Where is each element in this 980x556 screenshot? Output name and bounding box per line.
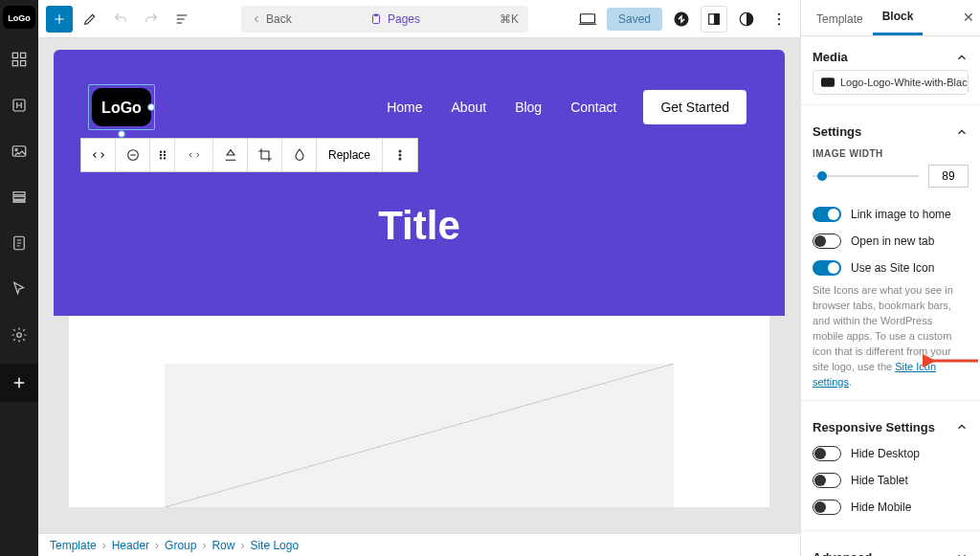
svg-rect-15 [580,13,594,22]
image-width-input[interactable] [928,165,969,188]
replace-button[interactable]: Replace [317,139,383,171]
breadcrumb: Template› Header› Group› Row› Site Logo [38,533,800,556]
content-placeholder[interactable] [69,316,769,507]
edit-button[interactable] [77,6,103,33]
new-tab-label: Open in new tab [851,234,934,248]
site-icon-help: Site Icons are what you see in browser t… [813,283,969,390]
resize-handle-south[interactable] [118,130,125,138]
media-file-label: Logo-Logo-White-with-Black-... [840,77,969,88]
back-button[interactable]: Back [241,12,308,26]
hide-mobile-toggle[interactable] [813,500,841,515]
hero-block[interactable]: LoGo Home About Blog Contact [54,50,785,316]
svg-point-22 [778,23,780,25]
tab-template[interactable]: Template [807,3,873,35]
responsive-section-header[interactable]: Responsive Settings [813,414,969,440]
advanced-section-header[interactable]: Advanced [813,545,969,556]
sidebar-toggle-icon[interactable] [701,6,727,33]
block-toolbar: Replace [80,138,418,172]
left-rail: LoGo [0,0,38,556]
svg-point-31 [399,150,401,152]
contrast-icon[interactable] [733,6,760,33]
svg-point-20 [778,12,780,14]
redo-button[interactable] [138,6,165,33]
drag-handle-icon[interactable] [150,139,175,171]
site-icon-label: Use as Site Icon [851,261,934,275]
svg-rect-10 [13,201,25,203]
rail-list-icon[interactable] [0,176,38,218]
bc-row[interactable]: Row [212,539,234,552]
site-logo-icon[interactable]: LoGo [3,6,35,29]
hide-tablet-label: Hide Tablet [851,474,908,487]
cta-button[interactable]: Get Started [643,90,746,124]
rail-heading-icon[interactable] [0,84,38,126]
device-preview-button[interactable] [574,6,601,33]
more-icon[interactable] [766,6,792,33]
undo-button[interactable] [107,6,134,33]
bc-template[interactable]: Template [50,539,97,552]
main-column: Back Pages ⌘K Saved LoGo [38,0,800,556]
hero-title[interactable]: Title [92,203,746,249]
resize-handle-east[interactable] [147,103,155,111]
close-sidebar-icon[interactable]: ✕ [963,10,974,25]
tab-block[interactable]: Block [873,0,924,35]
crop-icon[interactable] [248,139,282,171]
svg-rect-2 [21,53,26,57]
nav-contact[interactable]: Contact [570,100,616,115]
block-type-icon[interactable] [81,139,116,171]
svg-point-33 [399,158,401,160]
rail-page-icon[interactable] [0,222,38,264]
selected-site-logo[interactable]: LoGo [92,88,151,126]
pages-pill[interactable]: Pages [308,12,482,26]
link-home-toggle[interactable] [813,207,841,222]
new-tab-toggle[interactable] [813,234,841,249]
rail-dashboard-icon[interactable] [0,38,38,80]
svg-rect-8 [13,192,25,195]
image-width-slider[interactable] [813,171,919,181]
add-block-button[interactable] [46,6,73,33]
publish-icon[interactable] [668,6,695,33]
svg-rect-4 [21,61,26,66]
bc-header[interactable]: Header [112,539,149,552]
svg-point-12 [17,333,22,338]
bc-group[interactable]: Group [165,539,196,552]
svg-rect-9 [13,196,25,199]
list-view-button[interactable] [168,6,195,33]
svg-text:LoGo: LoGo [8,13,31,23]
media-section-header[interactable]: Media [813,44,969,70]
settings-title: Settings [813,124,861,139]
svg-point-27 [160,154,161,155]
hide-desktop-toggle[interactable] [813,446,841,461]
svg-point-21 [778,17,780,19]
svg-rect-18 [715,13,720,24]
site-icon-toggle[interactable] [813,260,841,276]
advanced-title: Advanced [813,550,872,556]
media-title: Media [813,50,848,64]
rail-settings-icon[interactable] [0,314,38,356]
command-bar[interactable]: Back Pages ⌘K [241,6,528,33]
hide-tablet-toggle[interactable] [813,473,841,488]
rail-cursor-icon[interactable] [0,268,38,310]
nav-about[interactable]: About [452,100,487,115]
svg-rect-34 [821,78,835,86]
rail-image-icon[interactable] [0,130,38,172]
saved-button[interactable]: Saved [607,8,662,31]
settings-section-header[interactable]: Settings [813,119,969,145]
align-icon[interactable] [213,139,248,171]
nav-blog[interactable]: Blog [515,100,542,115]
canvas: LoGo Home About Blog Contact [38,38,800,533]
move-arrows-icon[interactable] [175,139,213,171]
media-file-pill[interactable]: Logo-Logo-White-with-Black-... [813,70,969,95]
bc-sitelogo[interactable]: Site Logo [250,539,299,552]
duotone-icon[interactable] [282,139,317,171]
svg-point-28 [164,154,165,155]
toolbar-more-icon[interactable] [383,139,417,171]
nav-home[interactable]: Home [387,100,422,115]
svg-point-32 [399,154,401,156]
link-home-label: Link image to home [851,208,951,221]
variation-icon[interactable] [116,139,150,171]
hide-mobile-label: Hide Mobile [851,500,911,514]
nav-links: Home About Blog Contact [387,100,616,115]
back-label: Back [266,12,292,26]
svg-point-29 [160,158,161,159]
rail-add-button[interactable] [0,364,38,402]
